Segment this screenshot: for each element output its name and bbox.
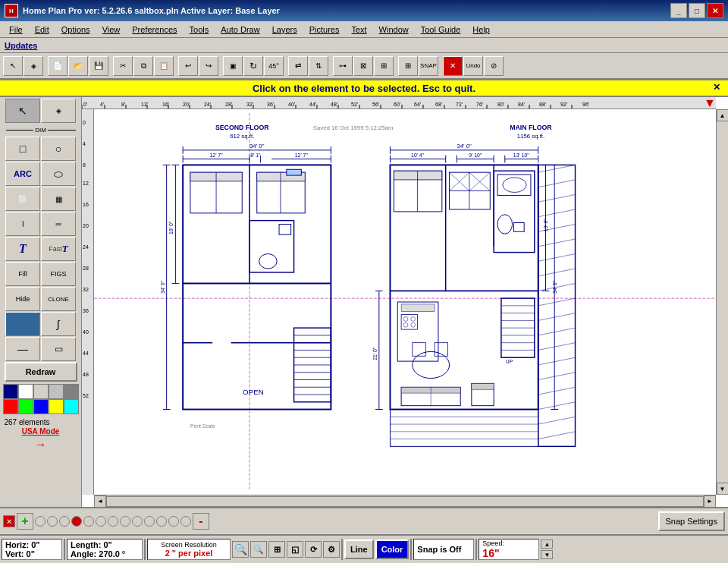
snap-plus-btn[interactable]: + — [17, 513, 33, 530]
snap-settings-button[interactable]: Snap Settings — [658, 511, 726, 531]
lt-text-fast-btn[interactable]: Fast T — [41, 237, 76, 261]
line-view-btn[interactable]: Line — [344, 539, 374, 559]
tb-align-v-btn[interactable]: ⊞ — [374, 56, 394, 76]
tb-align-h-btn[interactable]: ⊠ — [353, 56, 373, 76]
snap-circle-12[interactable] — [168, 516, 179, 527]
zoom-out-btn[interactable]: 🔍 — [250, 541, 267, 558]
maximize-button[interactable]: □ — [689, 3, 705, 18]
updates-bar[interactable]: Updates — [0, 38, 728, 53]
lt-grid3d-btn[interactable]: ▦ — [41, 187, 76, 211]
color-swatch-1[interactable] — [18, 384, 33, 399]
usa-mode[interactable]: USA Mode — [22, 427, 60, 436]
menu-help[interactable]: Help — [466, 24, 496, 36]
menu-layers[interactable]: Layers — [266, 24, 303, 36]
color-swatch-4[interactable] — [64, 384, 79, 399]
menu-tools[interactable]: Tools — [184, 24, 215, 36]
menu-view[interactable]: View — [96, 24, 127, 36]
tb-paste-btn[interactable]: 📋 — [154, 56, 174, 76]
lt-arrow-btn[interactable]: ↖ — [5, 99, 40, 123]
info-close-btn[interactable]: ✕ — [713, 82, 725, 94]
color-swatch-8[interactable] — [49, 399, 64, 414]
snap-circle-10[interactable] — [144, 516, 155, 527]
lt-rect-btn[interactable]: □ — [5, 137, 40, 161]
lt-text-btn[interactable]: T — [5, 237, 40, 261]
snap-circle-5[interactable] — [83, 516, 94, 527]
scroll-bottom[interactable]: ◄ ► — [94, 495, 716, 507]
tb-undo-left-btn[interactable]: ↩ — [178, 56, 198, 76]
tb-new-btn[interactable]: 📄 — [48, 56, 67, 76]
tb-measure-btn[interactable]: ⊶ — [333, 56, 353, 76]
speed-up-btn[interactable]: ▲ — [541, 539, 553, 549]
lt-line-btn[interactable]: — — [5, 337, 40, 361]
menu-auto-draw[interactable]: Auto Draw — [215, 24, 265, 36]
color-swatch-9[interactable] — [64, 399, 79, 414]
tb-copy-btn[interactable]: ⧉ — [133, 56, 153, 76]
lt-sq3d-btn[interactable]: ⬜ — [5, 187, 40, 211]
tb-close-btn[interactable]: ✕ — [443, 56, 463, 76]
redraw-button[interactable]: Redraw — [5, 362, 77, 382]
menu-window[interactable]: Window — [373, 24, 415, 36]
zoom-custom-btn[interactable]: ◱ — [287, 541, 303, 558]
tb-open-btn[interactable]: 📂 — [68, 56, 88, 76]
zoom-refresh-btn[interactable]: ⟳ — [305, 541, 322, 558]
tb-select-rect-btn[interactable]: ▣ — [223, 56, 243, 76]
snap-circle-11[interactable] — [156, 516, 167, 527]
snap-circle-3[interactable] — [59, 516, 70, 527]
lt-color-btn[interactable] — [5, 312, 40, 336]
color-swatch-5[interactable] — [3, 399, 18, 414]
lt-curve-btn[interactable]: ∫ — [41, 312, 76, 336]
snap-circle-8[interactable] — [120, 516, 130, 527]
zoom-config-btn[interactable]: ⚙ — [323, 541, 340, 558]
color-swatch-7[interactable] — [33, 399, 49, 414]
snap-circle-7[interactable] — [108, 516, 118, 527]
snap-circle-4[interactable] — [71, 516, 82, 527]
zoom-fit-btn[interactable]: ⊞ — [268, 541, 285, 558]
tb-arrow-btn[interactable]: ↖ — [3, 56, 23, 76]
menu-preferences[interactable]: Preferences — [126, 24, 183, 36]
snap-close-btn[interactable]: ✕ — [3, 515, 15, 527]
menu-text[interactable]: Text — [345, 24, 372, 36]
tb-cut-btn[interactable]: ✂ — [113, 56, 133, 76]
color-swatch-2[interactable] — [33, 384, 49, 399]
lt-fill-btn[interactable]: Fill — [5, 262, 40, 286]
tb-flip-v-btn[interactable]: ⇅ — [309, 56, 328, 76]
speed-down-btn[interactable]: ▼ — [541, 550, 553, 559]
snap-circle-13[interactable] — [180, 516, 191, 527]
snap-circle-9[interactable] — [132, 516, 143, 527]
menu-options[interactable]: Options — [55, 24, 96, 36]
canvas-area[interactable]: 0' 4' 8' 12' 16' 20' 24' 28' 32' — [82, 97, 728, 507]
color-swatch-6[interactable] — [18, 399, 33, 414]
close-button[interactable]: ✕ — [707, 3, 723, 18]
lt-hide-btn[interactable]: Hide — [5, 287, 40, 311]
menu-tool-guide[interactable]: Tool Guide — [415, 24, 467, 36]
tb-flip-h-btn[interactable]: ⇄ — [288, 56, 308, 76]
scroll-down-btn[interactable]: ▼ — [717, 483, 729, 495]
lt-arc-btn[interactable]: ARC — [5, 162, 40, 186]
menu-edit[interactable]: Edit — [29, 24, 55, 36]
tb-grid-btn[interactable]: ⊞ — [398, 56, 418, 76]
snap-circle-1[interactable] — [35, 516, 46, 527]
lt-clone-btn[interactable]: CLONE — [41, 287, 76, 311]
minimize-button[interactable]: _ — [670, 3, 687, 18]
color-swatch-3[interactable] — [49, 384, 64, 399]
snap-circle-6[interactable] — [96, 516, 106, 527]
tb-save-btn[interactable]: 💾 — [89, 56, 108, 76]
menu-file[interactable]: File — [3, 24, 29, 36]
zoom-in-btn[interactable]: 🔍 — [232, 541, 249, 558]
menu-pictures[interactable]: Pictures — [303, 24, 346, 36]
snap-circle-2[interactable] — [47, 516, 58, 527]
tb-snap-btn[interactable]: SNAP — [419, 56, 438, 76]
tb-redo-right-btn[interactable]: ↪ — [199, 56, 218, 76]
tb-unknown-btn[interactable]: ⊘ — [484, 56, 504, 76]
scroll-up-btn[interactable]: ▲ — [717, 109, 729, 121]
lt-rect2-btn[interactable]: ▭ — [41, 337, 76, 361]
scroll-right[interactable]: ▲ ▼ — [716, 109, 728, 495]
scroll-right-btn[interactable]: ► — [704, 495, 716, 508]
lt-figs-btn[interactable]: FIGS — [41, 262, 76, 286]
snap-minus-btn[interactable]: - — [193, 513, 209, 530]
lt-wall-btn[interactable]: ═ — [41, 212, 76, 236]
lt-stairs-btn[interactable]: ⌇ — [5, 212, 40, 236]
color-swatch-0[interactable] — [3, 384, 18, 399]
tb-pointer-btn[interactable]: ◈ — [24, 56, 43, 76]
scroll-left-btn[interactable]: ◄ — [94, 495, 106, 508]
